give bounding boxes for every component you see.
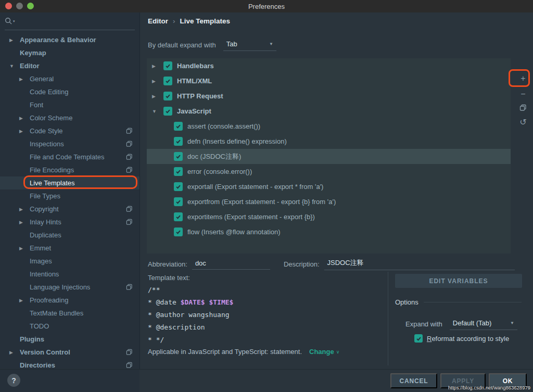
- sidebar-item-emmet[interactable]: ▶Emmet: [0, 242, 139, 255]
- template-row-exportitems-export-statement-export-b[interactable]: exportitems (Export statement - export {…: [147, 209, 511, 224]
- tree-collapsed-icon[interactable]: ▶: [152, 64, 163, 69]
- template-row-doc-jsdoc[interactable]: doc (JSDOC注释): [147, 149, 511, 164]
- template-row-label: error (console.error()): [187, 168, 252, 175]
- template-row-javascript[interactable]: ▼JavaScript: [147, 104, 511, 119]
- tree-collapsed-icon[interactable]: ▶: [19, 129, 30, 134]
- minimize-window-icon[interactable]: [16, 3, 23, 9]
- sidebar-item-color-scheme[interactable]: ▶Color Scheme: [0, 111, 139, 124]
- sidebar-item-appearance-behavior[interactable]: ▶Appearance & Behavior: [0, 33, 139, 46]
- edit-variables-button[interactable]: EDIT VARIABLES: [395, 274, 522, 288]
- reformat-checkbox[interactable]: [414, 334, 423, 343]
- traffic-lights: [5, 3, 34, 9]
- tree-collapsed-icon[interactable]: ▶: [19, 220, 30, 225]
- cancel-button[interactable]: CANCEL: [390, 373, 437, 388]
- sidebar-item-duplicates[interactable]: Duplicates: [0, 229, 139, 242]
- template-text-editor[interactable]: /*** @date $DATE$ $TIME$* @author wangsh…: [148, 284, 386, 346]
- template-row-assert-console-assert[interactable]: assert (console.assert()): [147, 119, 511, 134]
- sidebar-item-language-injections[interactable]: Language Injections: [0, 281, 139, 294]
- tree-collapsed-icon[interactable]: ▶: [9, 350, 20, 355]
- template-checkbox[interactable]: [163, 77, 172, 85]
- help-button[interactable]: ?: [7, 374, 20, 387]
- sidebar-item-file-encodings[interactable]: File Encodings: [0, 163, 139, 176]
- tree-expanded-icon[interactable]: ▼: [9, 64, 20, 69]
- panel-divider: [388, 272, 388, 365]
- template-checkbox[interactable]: [174, 122, 183, 131]
- sidebar-item-label: Emmet: [30, 244, 51, 252]
- template-row-label: HTTP Request: [177, 92, 223, 100]
- tree-collapsed-icon[interactable]: ▶: [9, 37, 20, 43]
- sidebar-item-todo[interactable]: TODO: [0, 320, 139, 333]
- expand-with-select[interactable]: Default (Tab) ▼: [450, 318, 517, 330]
- template-checkbox[interactable]: [174, 212, 183, 221]
- sidebar-item-textmate-bundles[interactable]: TextMate Bundles: [0, 307, 139, 320]
- sidebar-item-proofreading[interactable]: ▶Proofreading: [0, 294, 139, 307]
- options-divider: [424, 302, 522, 302]
- template-code: * @description: [148, 323, 205, 331]
- sidebar-item-images[interactable]: Images: [0, 255, 139, 268]
- tree-expanded-icon[interactable]: ▼: [152, 109, 163, 114]
- template-row-exportfrom-export-statement-export-b-from-a[interactable]: exportfrom (Export statement - export {b…: [147, 194, 511, 209]
- template-row-exportall-export-statement-export-from-a[interactable]: exportall (Export statement - export * f…: [147, 179, 511, 194]
- copy-settings-icon: [126, 349, 133, 356]
- tree-collapsed-icon[interactable]: ▶: [19, 298, 30, 303]
- description-field[interactable]: JSDOC注释: [324, 258, 515, 270]
- tree-collapsed-icon[interactable]: ▶: [19, 207, 30, 212]
- breadcrumb: Editor › Live Templates: [148, 17, 230, 25]
- sidebar-item-inspections[interactable]: Inspections: [0, 137, 139, 150]
- default-expand-select[interactable]: Tab ▼: [223, 39, 276, 51]
- template-row-flow-inserts-flow-annotation[interactable]: flow (Inserts @flow annotation): [147, 224, 511, 239]
- template-checkbox[interactable]: [174, 197, 183, 206]
- template-checkbox[interactable]: [174, 137, 183, 146]
- template-row-http-request[interactable]: ▶HTTP Request: [147, 88, 511, 104]
- settings-search[interactable]: ▾: [5, 12, 135, 30]
- change-context-link[interactable]: Change ∨: [309, 348, 339, 356]
- sidebar-item-keymap[interactable]: Keymap: [0, 46, 139, 59]
- template-text-line: /**: [148, 284, 386, 296]
- template-row-error-console-error[interactable]: error (console.error()): [147, 164, 511, 179]
- sidebar-item-code-style[interactable]: ▶Code Style: [0, 124, 139, 137]
- sidebar-item-label: General: [30, 75, 54, 83]
- add-template-button[interactable]: +: [518, 74, 528, 83]
- zoom-window-icon[interactable]: [27, 3, 34, 9]
- sidebar-item-live-templates[interactable]: Live Templates: [0, 176, 139, 189]
- remove-template-button[interactable]: −: [518, 90, 528, 99]
- sidebar-item-intentions[interactable]: Intentions: [0, 268, 139, 281]
- template-checkbox[interactable]: [174, 167, 183, 176]
- template-checkbox[interactable]: [163, 92, 172, 100]
- tree-collapsed-icon[interactable]: ▶: [152, 94, 163, 99]
- sidebar-item-version-control[interactable]: ▶Version Control: [0, 346, 139, 359]
- duplicate-template-button[interactable]: [518, 103, 528, 112]
- template-checkbox[interactable]: [174, 227, 183, 236]
- tree-collapsed-icon[interactable]: ▶: [19, 246, 30, 251]
- template-checkbox[interactable]: [163, 61, 172, 70]
- breadcrumb-editor[interactable]: Editor: [148, 17, 168, 25]
- copy-settings-icon: [126, 128, 133, 134]
- sidebar-item-code-editing[interactable]: Code Editing: [0, 85, 139, 98]
- reformat-label: Reformat according to style: [427, 335, 509, 343]
- sidebar-item-file-and-code-templates[interactable]: File and Code Templates: [0, 150, 139, 163]
- sidebar-item-general[interactable]: ▶General: [0, 72, 139, 85]
- template-row-label: Handlebars: [177, 62, 214, 70]
- tree-collapsed-icon[interactable]: ▶: [152, 79, 163, 84]
- copy-settings-icon: [126, 206, 133, 212]
- sidebar-item-label: Inlay Hints: [30, 218, 61, 226]
- sidebar-item-inlay-hints[interactable]: ▶Inlay Hints: [0, 216, 139, 229]
- close-window-icon[interactable]: [5, 3, 12, 9]
- restore-defaults-button[interactable]: ↺: [518, 117, 528, 127]
- abbreviation-field[interactable]: doc: [192, 259, 270, 270]
- sidebar-item-copyright[interactable]: ▶Copyright: [0, 203, 139, 216]
- template-row-defn-inserts-define-expression[interactable]: defn (Inserts define() expression): [147, 134, 511, 149]
- tree-collapsed-icon[interactable]: ▶: [19, 77, 30, 82]
- template-row-handlebars[interactable]: ▶Handlebars: [147, 58, 511, 73]
- sidebar-item-editor[interactable]: ▼Editor: [0, 59, 139, 72]
- tree-collapsed-icon[interactable]: ▶: [19, 116, 30, 121]
- template-checkbox[interactable]: [174, 152, 183, 161]
- template-text-line: * @author wangshuang: [148, 309, 386, 321]
- sidebar-item-plugins[interactable]: Plugins: [0, 333, 139, 346]
- sidebar-item-font[interactable]: Font: [0, 98, 139, 111]
- template-checkbox[interactable]: [174, 182, 183, 191]
- sidebar-item-file-types[interactable]: File Types: [0, 189, 139, 203]
- sidebar-item-directories[interactable]: Directories: [0, 359, 139, 370]
- template-checkbox[interactable]: [163, 107, 172, 116]
- template-row-html-xml[interactable]: ▶HTML/XML: [147, 73, 511, 88]
